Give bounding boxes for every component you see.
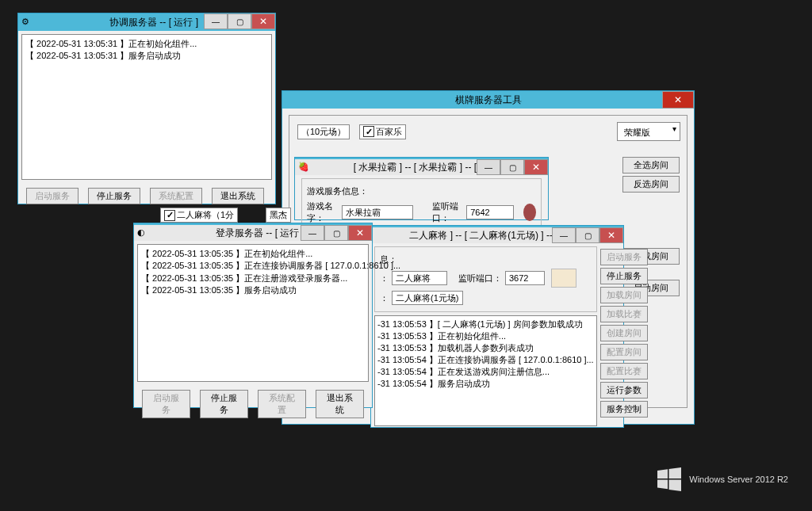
game-option-blackjack[interactable]: 黑杰 (266, 208, 291, 223)
fruit-close-button[interactable]: ✕ (524, 159, 548, 175)
login-titlebar[interactable]: ◐ 登录服务器 -- [ 运行 ] — ▢ ✕ (134, 223, 372, 241)
coord-close-button[interactable]: ✕ (251, 13, 275, 29)
coord-stop-button[interactable]: 停止服务 (88, 188, 140, 204)
login-log-area: 【 2022-05-31 13:05:35 】正在初始化组件... 【 2022… (137, 244, 369, 382)
mj-game-name-input[interactable] (392, 271, 447, 285)
fruit-info-header: 游戏服务信息： (307, 185, 368, 197)
mahjong-tile-icon (551, 269, 576, 288)
coord-log-area: 【 2022-05-31 13:05:31 】正在初始化组件... 【 2022… (21, 34, 272, 180)
mj-service-ctrl-button[interactable]: 服务控制 (600, 401, 648, 418)
game-name-label: 游戏名字： (307, 200, 339, 224)
mj-config-match-button[interactable]: 配置比赛 (600, 363, 648, 379)
fruit-icon: 🍓 (298, 162, 309, 173)
login-stop-button[interactable]: 停止服务 (200, 390, 248, 418)
tool-title: 棋牌服务器工具 (285, 93, 691, 107)
mahjong-close-button[interactable]: ✕ (599, 227, 623, 243)
login-config-button[interactable]: 系统配置 (258, 390, 306, 418)
mj-load-room-button[interactable]: 加载房间 (600, 287, 648, 303)
mahjong-log-area: -31 13:05:53 】[ 二人麻将(1元场) ] 房间参数加载成功 -31… (374, 315, 597, 426)
mj-run-params-button[interactable]: 运行参数 (600, 382, 648, 399)
login-app-icon: ◐ (137, 227, 148, 238)
mj-port-input[interactable] (505, 271, 545, 285)
mj-room-name-input[interactable] (392, 291, 463, 305)
mj-stop-button[interactable]: 停止服务 (600, 268, 648, 284)
login-start-button[interactable]: 启动服务 (142, 390, 190, 418)
svg-marker-2 (657, 480, 668, 490)
select-all-button[interactable]: 全选房间 (622, 157, 680, 174)
mj-config-room-button[interactable]: 配置房间 (600, 344, 648, 360)
mj-start-button[interactable]: 启动服务 (600, 249, 648, 265)
coord-exit-button[interactable]: 退出系统 (212, 188, 264, 204)
game-logo-icon (523, 204, 536, 221)
desktop-watermark: Windows Server 2012 R2 (657, 467, 788, 491)
tool-titlebar[interactable]: 棋牌服务器工具 ✕ (282, 91, 694, 109)
mahjong-window[interactable]: 二人麻将 ] -- [ 二人麻将(1元场) ] -- [ 运行 ] — ▢ ✕ … (370, 225, 624, 428)
fruit-maximize-button[interactable]: ▢ (500, 159, 524, 175)
login-exit-button[interactable]: 退出系统 (316, 390, 364, 418)
mahjong-maximize-button[interactable]: ▢ (576, 227, 599, 243)
port-label: 监听端口： (432, 200, 464, 224)
svg-marker-1 (669, 467, 682, 479)
login-maximize-button[interactable]: ▢ (324, 225, 348, 241)
fruit-window[interactable]: 🍓 [ 水果拉霸 ] -- [ 水果拉霸 ] -- [ 运行 ] — ▢ ✕ 游… (294, 157, 549, 220)
svg-marker-3 (669, 480, 682, 492)
mj-create-room-button[interactable]: 创建房间 (600, 325, 648, 341)
coord-maximize-button[interactable]: ▢ (228, 13, 251, 29)
mahjong-minimize-button[interactable]: — (552, 227, 576, 243)
port-input[interactable] (466, 205, 514, 219)
coord-window[interactable]: ⚙ 协调服务器 -- [ 运行 ] — ▢ ✕ 【 2022-05-31 13:… (17, 13, 276, 204)
coord-app-icon: ⚙ (21, 17, 33, 28)
game-option-1[interactable]: （10元场） (297, 124, 350, 139)
check-icon: ✓ (363, 126, 374, 137)
game-option-mahjong[interactable]: ✓ 二人麻将（1分 (160, 208, 238, 223)
coord-config-button[interactable]: 系统配置 (150, 188, 202, 204)
fruit-titlebar[interactable]: 🍓 [ 水果拉霸 ] -- [ 水果拉霸 ] -- [ 运行 ] — ▢ ✕ (295, 158, 548, 175)
windows-logo-icon (657, 467, 681, 491)
svg-marker-0 (657, 469, 668, 479)
invert-select-button[interactable]: 反选房间 (622, 176, 680, 193)
login-close-button[interactable]: ✕ (348, 225, 372, 241)
mahjong-titlebar[interactable]: 二人麻将 ] -- [ 二人麻将(1元场) ] -- [ 运行 ] — ▢ ✕ (371, 226, 623, 243)
version-select[interactable]: 荣耀版 (617, 122, 680, 141)
game-option-2[interactable]: ✓ 百家乐 (359, 124, 406, 139)
login-window[interactable]: ◐ 登录服务器 -- [ 运行 ] — ▢ ✕ 【 2022-05-31 13:… (133, 223, 373, 408)
coord-minimize-button[interactable]: — (204, 13, 228, 29)
check-icon: ✓ (164, 210, 175, 221)
mj-port-label: 监听端口： (458, 273, 502, 284)
coord-start-button[interactable]: 启动服务 (26, 188, 79, 204)
coord-titlebar[interactable]: ⚙ 协调服务器 -- [ 运行 ] — ▢ ✕ (18, 13, 275, 31)
game-name-input[interactable] (342, 205, 413, 219)
tool-close-button[interactable]: ✕ (662, 91, 694, 109)
login-minimize-button[interactable]: — (301, 225, 324, 241)
fruit-minimize-button[interactable]: — (477, 159, 500, 175)
mj-load-match-button[interactable]: 加载比赛 (600, 306, 648, 322)
